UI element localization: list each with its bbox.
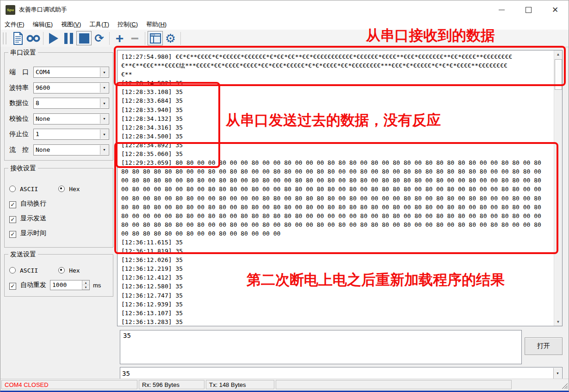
receive-settings-group: 接收设置 ASCII Hex ✓自动换行✓显示发送✓显示时间 (4, 168, 113, 248)
show-send-row: ✓显示发送 (9, 213, 109, 224)
databits-combobox[interactable]: 8▼ (33, 98, 109, 109)
port-status-text: COM4 CLOSED (5, 381, 49, 388)
show-send-checkbox[interactable]: ✓显示发送 (9, 214, 46, 223)
auto-newline-row: ✓自动换行 (9, 198, 109, 209)
minimize-button[interactable] (488, 0, 515, 19)
new-file-button[interactable] (10, 31, 25, 45)
play-button[interactable] (46, 31, 61, 45)
chevron-down-icon[interactable]: ▼ (100, 114, 108, 124)
flowctrl-label: 流 控 (9, 146, 33, 154)
empty-panel (276, 380, 512, 389)
flowctrl-value: None (36, 146, 50, 153)
close-button[interactable]: ✕ (542, 0, 569, 19)
open-port-button[interactable]: 打开 (525, 337, 563, 355)
checkbox-checked-icon: ✓ (9, 216, 16, 223)
menu-item-v[interactable]: 视图(V) (57, 20, 85, 29)
status-bar: COM4 CLOSED Rx: 596 Bytes Tx: 148 Bytes (0, 379, 569, 391)
menu-item-t[interactable]: 工具(T) (85, 20, 113, 29)
port-combobox[interactable]: COM4▼ (33, 67, 109, 78)
port-value: COM4 (36, 68, 50, 75)
window-title: 友善串口调试助手 (19, 6, 67, 14)
resend-interval-spinner[interactable]: 1000 ▲▼ (50, 280, 90, 290)
menu-item-c[interactable]: 控制(C) (113, 20, 142, 29)
send-settings-title: 发送设置 (8, 250, 38, 259)
toolbar-separator (109, 32, 110, 45)
databits-row: 数据位8▼ (9, 98, 109, 109)
ms-unit-label: ms (93, 282, 101, 289)
receive-ascii-radio[interactable]: ASCII (9, 185, 38, 193)
stopbits-label: 停止位 (9, 130, 33, 138)
spin-up-icon[interactable]: ▲ (82, 280, 89, 285)
send-format-row: ASCII Hex (9, 265, 109, 276)
menu-item-h[interactable]: 帮助(H) (142, 20, 171, 29)
auto-resend-row: ✓自动重发 1000 ▲▼ ms (9, 280, 109, 291)
terminal-line: [12:36:13.107] 35 (121, 309, 553, 317)
toolbar-grip[interactable] (3, 32, 6, 44)
annotation-rect-reload (114, 142, 558, 254)
spinner-arrows[interactable]: ▲▼ (82, 280, 89, 290)
refresh-button[interactable]: ⟳ (92, 31, 107, 45)
send-history-combobox[interactable]: 35 ▼ (120, 367, 563, 380)
app-window: Spu 友善串口调试助手 ✕ 文件(F)编辑(E)视图(V)工具(T)控制(C)… (0, 0, 569, 392)
checkbox-checked-icon: ✓ (9, 283, 16, 290)
flowctrl-row: 流 控None▼ (9, 144, 109, 156)
stop-button[interactable] (76, 31, 92, 45)
auto-resend-checkbox[interactable]: ✓自动重发 (9, 281, 46, 290)
baudrate-combobox[interactable]: 9600▼ (33, 82, 109, 93)
chevron-down-icon[interactable]: ▼ (100, 99, 108, 108)
send-hex-radio[interactable]: Hex (58, 267, 80, 274)
send-settings-group: 发送设置 ASCII Hex ✓自动重发 1000 ▲▼ ms (4, 254, 113, 297)
refresh-icon: ⟳ (94, 33, 104, 44)
new-file-icon (12, 32, 24, 45)
annotation-sent-data: 从串口发送过去的数据，没有反应 (226, 111, 441, 130)
send-ascii-radio[interactable]: ASCII (9, 267, 38, 274)
show-time-checkbox[interactable]: ✓显示时间 (9, 229, 46, 238)
chevron-down-icon[interactable]: ▼ (100, 83, 108, 93)
flowctrl-combobox[interactable]: None▼ (33, 144, 109, 156)
terminal-line: [12:36:12.939] 35 (121, 300, 553, 309)
chevron-down-icon[interactable]: ▼ (100, 130, 108, 139)
checkbox-checked-icon: ✓ (9, 201, 16, 208)
settings-gear-icon: ⚙ (165, 32, 176, 44)
zoom-out-button[interactable]: − (127, 31, 142, 45)
rx-bytes-text: Rx: 596 Bytes (142, 381, 179, 388)
menu-item-f[interactable]: 文件(F) (0, 20, 29, 29)
stopbits-combobox[interactable]: 1▼ (33, 129, 109, 140)
send-textarea[interactable]: 35 (120, 330, 522, 364)
pause-button[interactable] (61, 31, 76, 45)
parity-value: None (36, 115, 50, 122)
close-icon: ✕ (552, 6, 558, 14)
chevron-down-icon[interactable]: ▼ (100, 68, 108, 77)
show-time-label: 显示时间 (20, 229, 46, 236)
resize-grip[interactable] (561, 382, 568, 389)
annotation-rect-received (114, 46, 566, 86)
settings-button[interactable]: ⚙ (163, 31, 178, 45)
parity-combobox[interactable]: None▼ (33, 113, 109, 124)
show-send-label: 显示发送 (20, 214, 46, 222)
receive-hex-radio[interactable]: Hex (58, 185, 80, 193)
record-button[interactable] (25, 31, 41, 45)
databits-label: 数据位 (9, 99, 33, 107)
record-icon (26, 35, 40, 42)
toolbar-separator (180, 32, 181, 45)
radio-selected-icon (58, 267, 65, 274)
scroll-down-icon[interactable]: ▼ (554, 318, 562, 326)
stopbits-value: 1 (36, 131, 39, 137)
window-panel-button[interactable] (148, 31, 163, 45)
spin-down-icon[interactable]: ▼ (82, 285, 89, 290)
auto-newline-checkbox[interactable]: ✓自动换行 (9, 199, 46, 208)
app-icon: Spu (6, 5, 15, 15)
tx-bytes-panel: Tx: 148 Bytes (206, 380, 274, 389)
chevron-down-icon[interactable]: ▼ (553, 368, 562, 379)
port-row: 端 口COM4▼ (9, 67, 109, 78)
maximize-button[interactable] (515, 0, 542, 19)
parity-label: 校验位 (9, 115, 33, 123)
zoom-out-icon: − (131, 33, 139, 44)
chevron-down-icon[interactable]: ▼ (100, 145, 108, 155)
menu-item-e[interactable]: 编辑(E) (29, 20, 57, 29)
radio-selected-icon (58, 186, 65, 192)
zoom-in-button[interactable]: + (112, 31, 127, 45)
show-time-row: ✓显示时间 (9, 228, 109, 239)
minimize-icon (499, 10, 505, 10)
baudrate-row: 波特率9600▼ (9, 82, 109, 93)
